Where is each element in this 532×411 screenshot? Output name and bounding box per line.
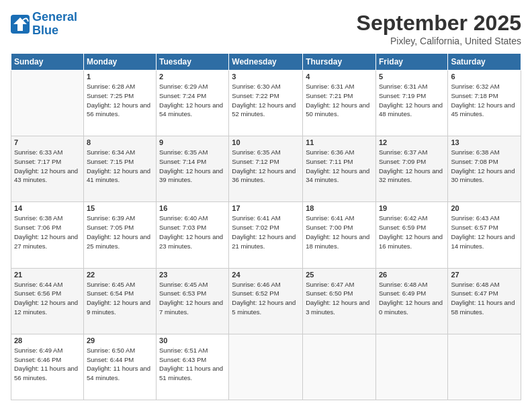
calendar-cell: 3Sunrise: 6:30 AMSunset: 7:22 PMDaylight… xyxy=(229,71,303,136)
calendar-cell: 1Sunrise: 6:28 AMSunset: 7:25 PMDaylight… xyxy=(83,71,156,136)
day-number: 26 xyxy=(379,271,445,279)
cell-info: Sunrise: 6:30 AMSunset: 7:22 PMDaylight:… xyxy=(232,83,296,118)
weekday-header-saturday: Saturday xyxy=(448,54,521,71)
day-number: 13 xyxy=(451,138,518,146)
day-number: 30 xyxy=(159,336,226,345)
cell-info: Sunrise: 6:48 AMSunset: 6:49 PMDaylight:… xyxy=(379,281,443,316)
day-number: 17 xyxy=(232,204,300,212)
calendar-cell: 25Sunrise: 6:47 AMSunset: 6:50 PMDayligh… xyxy=(303,268,376,334)
week-row-4: 21Sunrise: 6:44 AMSunset: 6:56 PMDayligh… xyxy=(11,268,521,334)
day-number: 28 xyxy=(14,336,81,345)
day-number: 27 xyxy=(451,271,518,279)
page: General Blue September 2025 Pixley, Cali… xyxy=(0,0,532,411)
cell-info: Sunrise: 6:38 AMSunset: 7:06 PMDaylight:… xyxy=(14,214,78,249)
day-number: 20 xyxy=(451,204,518,212)
calendar-cell xyxy=(229,334,303,400)
cell-info: Sunrise: 6:44 AMSunset: 6:56 PMDaylight:… xyxy=(14,281,78,316)
week-row-2: 7Sunrise: 6:33 AMSunset: 7:17 PMDaylight… xyxy=(11,136,521,202)
calendar-cell: 27Sunrise: 6:48 AMSunset: 6:47 PMDayligh… xyxy=(448,268,521,334)
calendar-cell xyxy=(448,334,521,400)
calendar-cell: 18Sunrise: 6:41 AMSunset: 7:00 PMDayligh… xyxy=(303,202,376,268)
day-number: 15 xyxy=(87,204,153,212)
cell-info: Sunrise: 6:45 AMSunset: 6:53 PMDaylight:… xyxy=(159,281,223,316)
cell-info: Sunrise: 6:32 AMSunset: 7:18 PMDaylight:… xyxy=(451,83,515,118)
weekday-header-thursday: Thursday xyxy=(303,54,376,71)
cell-info: Sunrise: 6:50 AMSunset: 6:44 PMDaylight:… xyxy=(87,347,150,381)
cell-info: Sunrise: 6:36 AMSunset: 7:11 PMDaylight:… xyxy=(306,148,369,183)
calendar-cell: 14Sunrise: 6:38 AMSunset: 7:06 PMDayligh… xyxy=(11,202,84,268)
weekday-header-friday: Friday xyxy=(375,54,447,71)
calendar-table: SundayMondayTuesdayWednesdayThursdayFrid… xyxy=(11,53,521,400)
calendar-cell: 12Sunrise: 6:37 AMSunset: 7:09 PMDayligh… xyxy=(375,136,447,202)
calendar-cell: 23Sunrise: 6:45 AMSunset: 6:53 PMDayligh… xyxy=(157,268,229,334)
cell-info: Sunrise: 6:41 AMSunset: 7:00 PMDaylight:… xyxy=(306,214,369,249)
cell-info: Sunrise: 6:31 AMSunset: 7:21 PMDaylight:… xyxy=(306,83,369,118)
cell-info: Sunrise: 6:29 AMSunset: 7:24 PMDaylight:… xyxy=(159,83,223,118)
day-number: 7 xyxy=(14,138,81,146)
calendar-cell: 30Sunrise: 6:51 AMSunset: 6:43 PMDayligh… xyxy=(157,334,229,400)
cell-info: Sunrise: 6:49 AMSunset: 6:46 PMDaylight:… xyxy=(14,347,78,381)
weekday-header-wednesday: Wednesday xyxy=(229,54,303,71)
day-number: 1 xyxy=(87,73,153,81)
calendar-cell: 6Sunrise: 6:32 AMSunset: 7:18 PMDaylight… xyxy=(448,71,521,136)
calendar-cell: 16Sunrise: 6:40 AMSunset: 7:03 PMDayligh… xyxy=(157,202,229,268)
day-number: 24 xyxy=(232,271,300,279)
day-number: 19 xyxy=(379,204,445,212)
cell-info: Sunrise: 6:43 AMSunset: 6:57 PMDaylight:… xyxy=(451,214,515,249)
cell-info: Sunrise: 6:37 AMSunset: 7:09 PMDaylight:… xyxy=(379,148,443,183)
week-row-5: 28Sunrise: 6:49 AMSunset: 6:46 PMDayligh… xyxy=(11,334,521,400)
week-row-1: 1Sunrise: 6:28 AMSunset: 7:25 PMDaylight… xyxy=(11,71,521,136)
cell-info: Sunrise: 6:42 AMSunset: 6:59 PMDaylight:… xyxy=(379,214,443,249)
main-title: September 2025 xyxy=(357,11,521,36)
week-row-3: 14Sunrise: 6:38 AMSunset: 7:06 PMDayligh… xyxy=(11,202,521,268)
weekday-header-row: SundayMondayTuesdayWednesdayThursdayFrid… xyxy=(11,54,521,71)
day-number: 6 xyxy=(451,73,518,81)
cell-info: Sunrise: 6:28 AMSunset: 7:25 PMDaylight:… xyxy=(87,83,150,118)
calendar-cell: 8Sunrise: 6:34 AMSunset: 7:15 PMDaylight… xyxy=(83,136,156,202)
calendar-cell: 2Sunrise: 6:29 AMSunset: 7:24 PMDaylight… xyxy=(157,71,229,136)
day-number: 2 xyxy=(159,73,226,81)
cell-info: Sunrise: 6:35 AMSunset: 7:14 PMDaylight:… xyxy=(159,148,223,183)
day-number: 4 xyxy=(306,73,373,81)
day-number: 21 xyxy=(14,271,81,279)
calendar-cell: 20Sunrise: 6:43 AMSunset: 6:57 PMDayligh… xyxy=(448,202,521,268)
cell-info: Sunrise: 6:48 AMSunset: 6:47 PMDaylight:… xyxy=(451,281,515,316)
logo-text: General Blue xyxy=(32,11,77,38)
title-block: September 2025 Pixley, California, Unite… xyxy=(357,11,521,46)
cell-info: Sunrise: 6:39 AMSunset: 7:05 PMDaylight:… xyxy=(87,214,150,249)
day-number: 3 xyxy=(232,73,300,81)
calendar-cell: 9Sunrise: 6:35 AMSunset: 7:14 PMDaylight… xyxy=(157,136,229,202)
cell-info: Sunrise: 6:38 AMSunset: 7:08 PMDaylight:… xyxy=(451,148,515,183)
cell-info: Sunrise: 6:34 AMSunset: 7:15 PMDaylight:… xyxy=(87,148,150,183)
calendar-cell: 7Sunrise: 6:33 AMSunset: 7:17 PMDaylight… xyxy=(11,136,84,202)
cell-info: Sunrise: 6:31 AMSunset: 7:19 PMDaylight:… xyxy=(379,83,443,118)
calendar-cell: 15Sunrise: 6:39 AMSunset: 7:05 PMDayligh… xyxy=(83,202,156,268)
subtitle: Pixley, California, United States xyxy=(357,36,521,46)
calendar-cell xyxy=(375,334,447,400)
calendar-cell: 21Sunrise: 6:44 AMSunset: 6:56 PMDayligh… xyxy=(11,268,84,334)
calendar-cell: 5Sunrise: 6:31 AMSunset: 7:19 PMDaylight… xyxy=(375,71,447,136)
calendar-cell: 17Sunrise: 6:41 AMSunset: 7:02 PMDayligh… xyxy=(229,202,303,268)
day-number: 22 xyxy=(87,271,153,279)
day-number: 23 xyxy=(159,271,226,279)
calendar-cell: 22Sunrise: 6:45 AMSunset: 6:54 PMDayligh… xyxy=(83,268,156,334)
logo-line2: Blue xyxy=(32,24,58,37)
day-number: 25 xyxy=(306,271,373,279)
cell-info: Sunrise: 6:33 AMSunset: 7:17 PMDaylight:… xyxy=(14,148,78,183)
calendar-cell: 29Sunrise: 6:50 AMSunset: 6:44 PMDayligh… xyxy=(83,334,156,400)
day-number: 12 xyxy=(379,138,445,146)
cell-info: Sunrise: 6:45 AMSunset: 6:54 PMDaylight:… xyxy=(87,281,150,316)
calendar-cell: 24Sunrise: 6:46 AMSunset: 6:52 PMDayligh… xyxy=(229,268,303,334)
weekday-header-tuesday: Tuesday xyxy=(157,54,229,71)
calendar-cell: 19Sunrise: 6:42 AMSunset: 6:59 PMDayligh… xyxy=(375,202,447,268)
day-number: 18 xyxy=(306,204,373,212)
cell-info: Sunrise: 6:41 AMSunset: 7:02 PMDaylight:… xyxy=(232,214,296,249)
calendar-cell: 10Sunrise: 6:35 AMSunset: 7:12 PMDayligh… xyxy=(229,136,303,202)
calendar-cell: 13Sunrise: 6:38 AMSunset: 7:08 PMDayligh… xyxy=(448,136,521,202)
day-number: 29 xyxy=(87,336,153,345)
day-number: 16 xyxy=(159,204,226,212)
calendar-cell xyxy=(11,71,84,136)
calendar-cell: 28Sunrise: 6:49 AMSunset: 6:46 PMDayligh… xyxy=(11,334,84,400)
cell-info: Sunrise: 6:47 AMSunset: 6:50 PMDaylight:… xyxy=(306,281,369,316)
calendar-cell: 26Sunrise: 6:48 AMSunset: 6:49 PMDayligh… xyxy=(375,268,447,334)
